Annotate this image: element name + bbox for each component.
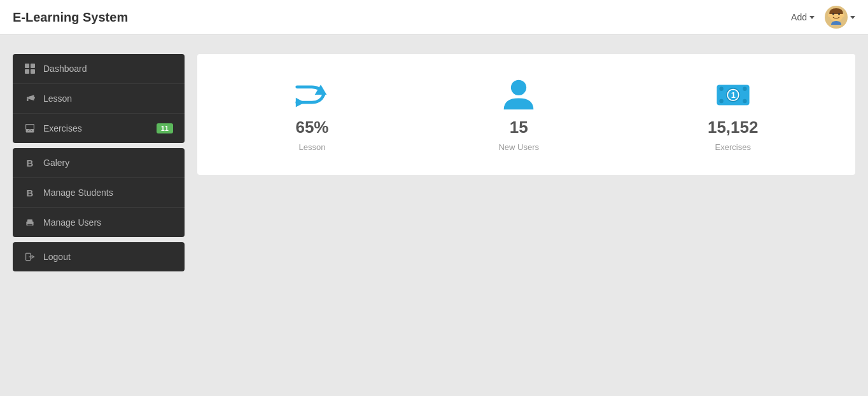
users-stat-value: 15	[510, 118, 528, 137]
stat-item-users: 15 New Users	[498, 77, 539, 152]
stat-item-lesson: 65% Lesson	[294, 77, 330, 152]
sidebar-group-3: Logout	[13, 242, 185, 271]
lesson-stat-value: 65%	[295, 118, 328, 137]
exercises-stat-label: Exercises	[715, 142, 751, 152]
sidebar-item-logout[interactable]: Logout	[13, 242, 185, 271]
svg-point-3	[828, 14, 830, 17]
sidebar: Dashboard Lesson	[13, 54, 185, 377]
manage-users-icon	[24, 217, 36, 228]
sidebar-item-lesson[interactable]: Lesson	[13, 84, 185, 114]
svg-rect-13	[26, 130, 34, 133]
svg-rect-16	[27, 224, 32, 225]
manage-students-icon: B	[24, 187, 36, 198]
svg-point-21	[511, 80, 526, 95]
sidebar-lesson-label: Lesson	[43, 93, 173, 104]
users-stat-label: New Users	[498, 142, 539, 152]
app-title: E-Learning System	[13, 10, 128, 25]
lesson-stat-label: Lesson	[299, 142, 326, 152]
svg-point-4	[842, 14, 844, 17]
svg-point-11	[33, 97, 35, 99]
svg-rect-12	[26, 125, 34, 130]
svg-point-28	[719, 99, 723, 103]
svg-point-26	[719, 87, 723, 91]
svg-point-1	[832, 13, 834, 15]
lesson-icon	[24, 93, 36, 104]
sidebar-manage-users-label: Manage Users	[43, 217, 173, 228]
add-caret-icon	[809, 16, 815, 19]
avatar-wrapper[interactable]	[825, 6, 855, 29]
svg-rect-15	[27, 219, 32, 222]
navbar: E-Learning System Add	[0, 0, 868, 35]
svg-rect-5	[25, 64, 29, 68]
sidebar-manage-students-label: Manage Students	[43, 188, 173, 198]
logout-icon	[24, 251, 36, 263]
shuffle-icon	[294, 77, 330, 113]
exercises-badge: 11	[157, 123, 173, 133]
sidebar-group-1: Dashboard Lesson	[13, 54, 185, 143]
svg-marker-20	[296, 98, 305, 107]
sidebar-group-2: B Galery B Manage Students Manage Users	[13, 148, 185, 237]
money-icon: 1	[715, 77, 751, 113]
main-layout: Dashboard Lesson	[0, 35, 868, 396]
stat-item-exercises: 1 15,152 Exercises	[708, 77, 759, 152]
sidebar-dashboard-label: Dashboard	[43, 64, 173, 74]
sidebar-item-manage-users[interactable]: Manage Users	[13, 208, 185, 237]
stats-card: 65% Lesson 15 New Users	[197, 54, 855, 175]
sidebar-logout-label: Logout	[43, 252, 173, 262]
svg-point-2	[838, 13, 840, 15]
sidebar-gallery-label: Galery	[43, 158, 173, 168]
add-label: Add	[791, 12, 807, 22]
sidebar-exercises-label: Exercises	[43, 123, 149, 133]
content-area: 65% Lesson 15 New Users	[197, 54, 855, 377]
avatar	[825, 6, 848, 29]
user-icon	[501, 77, 536, 113]
navbar-right: Add	[791, 6, 855, 29]
svg-rect-9	[27, 97, 29, 99]
exercises-stat-value: 15,152	[708, 118, 759, 137]
sidebar-item-gallery[interactable]: B Galery	[13, 148, 185, 178]
svg-rect-6	[31, 64, 35, 68]
svg-rect-7	[25, 69, 29, 74]
avatar-image	[825, 6, 848, 29]
sidebar-item-manage-students[interactable]: B Manage Students	[13, 178, 185, 208]
sidebar-item-dashboard[interactable]: Dashboard	[13, 54, 185, 84]
add-button[interactable]: Add	[791, 12, 815, 22]
exercises-icon	[24, 123, 36, 134]
svg-point-29	[743, 99, 746, 103]
svg-point-27	[743, 87, 746, 91]
svg-text:1: 1	[731, 90, 736, 100]
gallery-icon: B	[24, 157, 36, 168]
avatar-caret-icon	[850, 16, 855, 19]
sidebar-item-exercises[interactable]: Exercises 11	[13, 114, 185, 143]
svg-rect-8	[31, 69, 35, 74]
svg-rect-10	[27, 99, 28, 101]
dashboard-icon	[24, 63, 36, 74]
